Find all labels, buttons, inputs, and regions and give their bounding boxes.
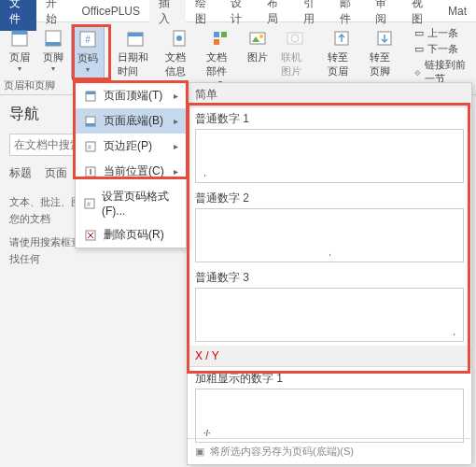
page-number-button[interactable]: # 页码 ▾	[71, 24, 105, 78]
online-picture-button[interactable]: 联机图片	[275, 24, 315, 91]
page-number-gallery: 简单 普通数字 1 ، 普通数字 2 ، 普通数字 3 ، X / Y 加粗显示…	[187, 82, 472, 465]
link-icon: ⟐	[414, 66, 421, 78]
format-icon: #	[83, 197, 96, 210]
gallery-item-plain-1[interactable]: 普通数字 1 ،	[188, 107, 471, 187]
goto-header-button[interactable]: 转至页眉	[322, 24, 363, 82]
svg-rect-10	[214, 32, 219, 37]
svg-rect-7	[128, 33, 143, 36]
save-selection-button[interactable]: ▣ 将所选内容另存为页码(底端)(S)	[188, 438, 471, 464]
svg-rect-12	[214, 39, 219, 45]
page-number-menu: 页面顶端(T)▸ 页面底端(B)▸ # 页边距(P)▸ 当前位置(C)▸ # 设…	[75, 82, 187, 248]
svg-text:#: #	[85, 35, 91, 45]
online-picture-icon	[285, 28, 305, 49]
prev-button[interactable]: ▭上一条	[414, 26, 470, 40]
remove-icon	[83, 229, 98, 242]
goto-footer-button[interactable]: 转至页脚	[364, 24, 405, 82]
footer-icon	[43, 28, 63, 49]
svg-point-9	[176, 35, 182, 41]
docinfo-icon	[169, 28, 189, 49]
picture-icon	[247, 28, 268, 49]
datetime-button[interactable]: 日期和时间	[112, 24, 158, 91]
chevron-down-icon: ▾	[18, 64, 21, 73]
page-bottom-icon	[83, 115, 98, 128]
page-top-icon	[83, 90, 98, 103]
svg-point-15	[259, 35, 263, 38]
svg-rect-13	[250, 33, 265, 44]
svg-rect-11	[221, 32, 227, 37]
ribbon-tabs: 文件 开始 OfficePLUS 插入 绘图 设计 布局 引用 邮件 审阅 视图…	[0, 0, 476, 22]
gallery-section-simple: 简单	[188, 83, 471, 107]
calendar-icon	[125, 28, 146, 49]
gallery-item-plain-2[interactable]: 普通数字 2 ،	[188, 187, 471, 266]
nav-tab-headings[interactable]: 标题	[9, 165, 32, 181]
tab-mat[interactable]: Mat	[439, 1, 476, 21]
menu-remove-page-numbers[interactable]: 删除页码(R)	[76, 222, 186, 248]
quickparts-icon	[210, 28, 231, 49]
goto-footer-icon	[374, 28, 395, 49]
gallery-item-plain-3[interactable]: 普通数字 3 ،	[188, 266, 471, 346]
menu-current-position[interactable]: 当前位置(C)▸	[76, 159, 186, 184]
chevron-down-icon: ▾	[51, 64, 55, 73]
menu-page-margins[interactable]: # 页边距(P)▸	[76, 134, 186, 159]
page-number-icon: #	[77, 29, 98, 50]
menu-format-page-numbers[interactable]: # 设置页码格式(F)...	[76, 184, 186, 222]
page-margins-icon: #	[83, 140, 98, 153]
docinfo-button[interactable]: 文档信息 ▾	[160, 24, 199, 91]
picture-button[interactable]: 图片	[242, 24, 273, 91]
prev-icon: ▭	[414, 27, 424, 39]
chevron-right-icon: ▸	[174, 116, 178, 126]
footer-button[interactable]: 页脚 ▾	[37, 24, 69, 78]
tab-officeplus[interactable]: OfficePLUS	[73, 1, 149, 21]
nav-tab-pages[interactable]: 页面	[45, 165, 67, 181]
menu-top-of-page[interactable]: 页面顶端(T)▸	[76, 83, 186, 108]
header-button[interactable]: 页眉 ▾	[4, 24, 35, 78]
save-icon: ▣	[195, 446, 204, 458]
current-pos-icon	[83, 165, 98, 178]
chevron-right-icon: ▸	[174, 91, 178, 101]
svg-text:#: #	[88, 144, 91, 150]
svg-text:#: #	[87, 201, 91, 207]
gallery-item-bold-1[interactable]: 加粗显示的数字 1 ·/·	[188, 367, 471, 446]
svg-rect-21	[86, 92, 95, 94]
next-icon: ▭	[414, 43, 424, 55]
goto-header-icon	[331, 28, 352, 49]
svg-rect-23	[86, 123, 95, 126]
menu-bottom-of-page[interactable]: 页面底端(B)▸	[76, 108, 186, 134]
gallery-section-xy: X / Y	[188, 346, 471, 367]
header-icon	[9, 28, 30, 49]
svg-rect-1	[12, 31, 27, 35]
next-button[interactable]: ▭下一条	[414, 42, 470, 56]
chevron-right-icon: ▸	[174, 166, 178, 177]
chevron-down-icon: ▾	[86, 65, 90, 74]
svg-rect-3	[46, 42, 61, 46]
quickparts-button[interactable]: 文档部件 ▾	[201, 24, 240, 91]
chevron-right-icon: ▸	[174, 141, 178, 151]
